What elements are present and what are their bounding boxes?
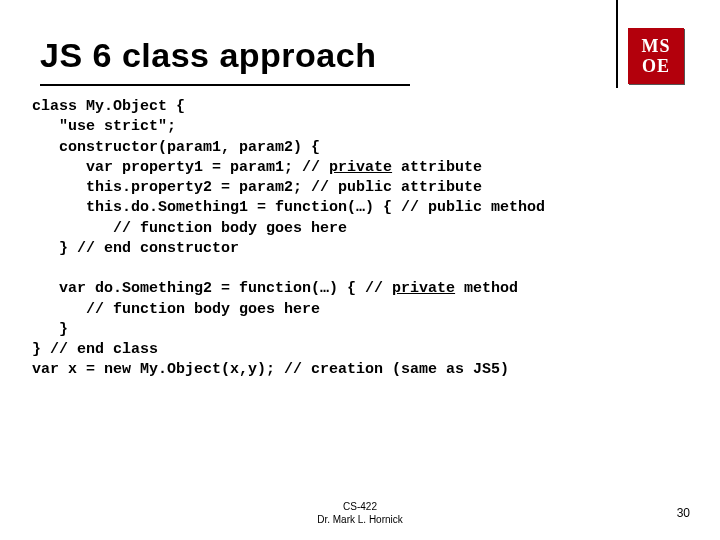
code-line: var x = new My.Object(x,y); // creation … xyxy=(32,361,509,378)
logo-bottom: OE xyxy=(642,56,670,76)
code-line: var property1 = param1; // xyxy=(32,159,329,176)
msoe-logo: MS OE xyxy=(628,28,684,84)
header-divider xyxy=(616,0,618,88)
footer-course: CS-422 xyxy=(0,501,720,514)
code-line: this.do.Something1 = function(…) { // pu… xyxy=(32,199,545,216)
footer-author: Dr. Mark L. Hornick xyxy=(0,514,720,527)
slide-title: JS 6 class approach xyxy=(40,36,376,75)
slide-header: JS 6 class approach MS OE xyxy=(0,0,720,75)
code-line: method xyxy=(455,280,518,297)
code-underline: private xyxy=(392,280,455,297)
title-underline xyxy=(40,84,410,86)
code-line: constructor(param1, param2) { xyxy=(32,139,320,156)
code-line: class My.Object { xyxy=(32,98,185,115)
code-line: "use strict"; xyxy=(32,118,176,135)
code-line: var do.Something2 = function(…) { // xyxy=(32,280,392,297)
logo-top: MS xyxy=(642,36,671,56)
code-underline: private xyxy=(329,159,392,176)
code-line: } // end class xyxy=(32,341,158,358)
code-line: } xyxy=(32,321,68,338)
page-number: 30 xyxy=(677,506,690,520)
code-line: // function body goes here xyxy=(32,220,347,237)
code-line: // function body goes here xyxy=(32,301,320,318)
code-line: this.property2 = param2; // public attri… xyxy=(32,179,482,196)
code-line: attribute xyxy=(392,159,482,176)
code-block: class My.Object { "use strict"; construc… xyxy=(0,75,720,381)
code-line: } // end constructor xyxy=(32,240,239,257)
slide-footer: CS-422 Dr. Mark L. Hornick xyxy=(0,501,720,526)
